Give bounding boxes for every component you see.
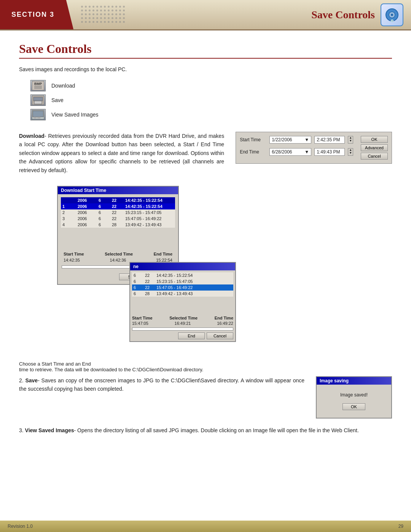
svg-rect-11 [34,101,42,104]
section2-body: - Saves an copy of the onscreen images t… [19,377,304,392]
section-label: SECTION 3 [11,11,54,19]
end-time-spinner[interactable]: ▲ ▼ [348,148,353,156]
overlay-cancel-button[interactable]: Cancel [207,332,233,339]
image-saving-title: Image saving [317,377,391,385]
end-time-label: End Time [240,149,266,155]
image-saved-message: Image saved! [340,392,368,398]
list-item-save: Save [30,94,392,106]
caption-line1: Choose a Start Time and an End [19,361,91,367]
image-saving-body: Image saved! OK [317,385,391,418]
svg-rect-10 [33,97,43,101]
icon-list: BMP Download Save [30,80,392,120]
svg-text:BMP: BMP [34,82,42,86]
overlay-body: 6 22 14:42:35 - 15:22:54 6 22 15:23:15 -… [130,270,235,314]
dialog-fields: Start Time 1/22/2006 ▼ 2:42:35 PM ▲ ▼ [240,136,353,158]
svg-rect-13 [33,111,43,117]
ok-button[interactable]: OK [361,136,388,143]
end-time-field[interactable]: 1:49:43 PM [314,148,345,156]
windows-container: Download Start Time 2006 6 22 14:42:35 -… [19,186,392,353]
table-row[interactable]: 4 2006 6 28 13:49:42 - 13:49:43 [61,222,175,228]
section3-body: - Opens the directory listing of all sav… [74,427,359,433]
page-footer: Revision 1.0 29 [0,521,411,532]
overlay-progress [132,328,233,331]
footer-left: Revision 1.0 [8,524,33,529]
dot-pattern [81,6,126,24]
end-time-row: End Time 6/28/2006 ▼ 1:49:43 PM ▲ ▼ [240,148,353,156]
table-row[interactable]: 1 2006 6 22 14:42:35 - 15:22:54 [61,203,175,209]
end-button[interactable]: End [178,332,205,339]
selected-val: 14:42:36 [110,258,126,262]
end-time-footer-label: End Time [154,252,172,256]
section1-heading: Download [19,133,45,139]
overlay-window: ne 6 22 14:42:35 - 15:22:54 6 22 15:23:1… [129,262,236,342]
image-ok-button[interactable]: OK [342,403,365,410]
list-item-view: View Saved Images [30,109,392,120]
start-time-field[interactable]: 2:42:35 PM [314,136,345,144]
view-icon [30,109,46,120]
selected-time-footer-label: Selected Time [105,252,133,256]
overlay-start-val: 15:47:05 [132,321,148,326]
start-time-row: Start Time 1/22/2006 ▼ 2:42:35 PM ▲ ▼ [240,136,353,144]
end-time-value: 1:49:43 PM [317,149,340,155]
section3: 3. View Saved Images- Opens the director… [19,426,392,435]
start-time-footer-label: Start Time [64,252,84,256]
overlay-footer: Start Time Selected Time End Time 15:47:… [130,314,235,341]
overlay-end-val: 16:49:22 [217,321,233,326]
svg-rect-14 [33,117,37,118]
start-time-label: Start Time [240,137,266,142]
table-row[interactable]: 3 2006 6 22 15:47:05 - 16:49:22 [61,216,175,222]
start-date-value: 1/22/2006 [272,137,292,142]
advanced-button[interactable]: Advanced [361,144,388,151]
save-icon [30,94,46,106]
caption: Choose a Start Time and an End time to r… [19,361,392,372]
list-item-download: BMP Download [30,80,392,91]
overlay-start-label: Start Time [132,316,153,320]
view-saved-label: View Saved Images [51,112,98,118]
cancel-button[interactable]: Cancel [361,153,388,160]
intro-text: Saves images and recordings to the local… [19,66,392,72]
footer-labels: Start Time Selected Time End Time [60,252,176,256]
end-date-field[interactable]: 6/28/2006 ▼ [269,148,311,156]
start-time-value: 2:42:35 PM [317,137,340,142]
overlay-actions: End Cancel [132,332,233,339]
start-date-field[interactable]: 1/22/2006 ▼ [269,136,311,144]
page-header: SECTION 3 Save Controls [0,0,411,30]
overlay-footer-values: 15:47:05 16:49:21 16:49:22 [132,321,233,326]
small-window-body: 2006 6 22 14:42:35 - 15:22:54 1 2006 6 2… [58,194,178,250]
header-title-area: Save Controls 💿 [311,0,411,29]
dialog-box: Start Time 1/22/2006 ▼ 2:42:35 PM ▲ ▼ [236,132,392,164]
download-label: Download [51,83,75,89]
page-content: Save Controls Saves images and recording… [0,30,411,454]
overlay-window-box: ne 6 22 14:42:35 - 15:22:54 6 22 15:23:1… [129,262,236,342]
overlay-row[interactable]: 6 22 15:47:05 - 16:49:22 [132,284,233,291]
spin-down2[interactable]: ▼ [348,152,353,155]
footer-right: 29 [398,524,403,529]
end-date-value: 6/28/2006 [272,149,292,155]
section1-text: Download- Retrieves previously recorded … [19,132,224,174]
overlay-row[interactable]: 6 28 13:49:42 - 13:49:43 [132,291,233,297]
header-icon: 💿 [381,3,403,26]
table-row[interactable]: 2 2006 6 22 15:23:15 - 15:47:05 [61,209,175,216]
save-label: Save [51,97,64,103]
overlay-selected-val: 16:49:21 [175,321,191,326]
image-saving-dialog: Image saving Image saved! OK [316,376,392,419]
caption-line2: time to retrieve. The data will be downl… [19,367,203,372]
section3-heading: View Saved Images [25,427,74,433]
section2-heading: Save [25,377,38,383]
overlay-row[interactable]: 6 22 15:23:15 - 15:47:05 [132,278,233,284]
svg-point-2 [391,14,393,16]
start-time-spinner[interactable]: ▲ ▼ [348,136,353,144]
overlay-row[interactable]: 6 22 14:42:35 - 15:22:54 [132,272,233,278]
svg-rect-15 [37,117,40,118]
image-saving-box: Image saving Image saved! OK [316,376,392,419]
spin-down[interactable]: ▼ [348,139,353,142]
overlay-selected-label: Selected Time [169,316,198,320]
page-title: Save Controls [19,42,392,59]
start-val: 14:42:35 [64,258,80,262]
download-dialog: Start Time 1/22/2006 ▼ 2:42:35 PM ▲ ▼ [236,132,392,164]
dropdown-arrow[interactable]: ▼ [304,137,309,142]
dropdown-arrow2[interactable]: ▼ [304,149,309,155]
download-icon: BMP [30,80,46,91]
section2-row: 2. Save- Saves an copy of the onscreen i… [19,376,392,419]
header-title: Save Controls [311,9,375,21]
